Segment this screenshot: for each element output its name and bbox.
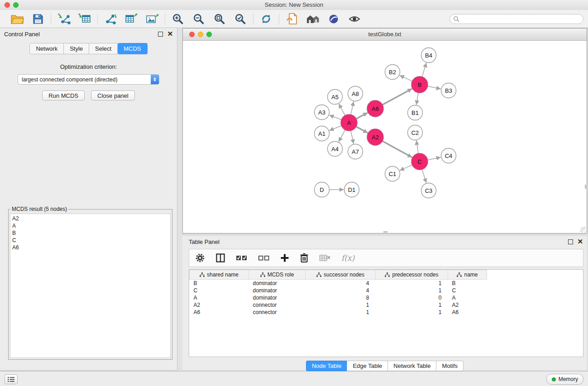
panel-splitter[interactable] [177,28,182,370]
table-row[interactable]: A6connector11A6 [190,309,487,316]
network-node[interactable]: D1 [344,182,359,197]
table-cell[interactable]: A2 [190,301,249,309]
float-table-panel-icon[interactable] [568,239,573,244]
open-session-icon[interactable] [10,12,24,26]
network-node[interactable]: A3 [315,105,330,120]
table-cell[interactable]: dominator [249,287,306,294]
network-edge[interactable] [339,130,345,142]
tab-select[interactable]: Select [89,43,118,54]
column-header-successor-nodes[interactable]: successor nodes [306,270,376,280]
eye-icon[interactable] [348,12,361,26]
network-edge[interactable] [400,75,412,81]
network-node[interactable]: C1 [385,167,400,181]
network-edge[interactable] [356,127,368,133]
table-cell[interactable]: 1 [376,287,448,294]
network-edge[interactable] [382,89,412,105]
close-panel-icon[interactable]: ✕ [167,31,173,37]
network-edge[interactable] [351,101,354,114]
network-edge[interactable] [356,113,368,119]
tab-network-table[interactable]: Network Table [387,361,436,371]
network-node[interactable]: A1 [315,126,330,141]
network-node[interactable]: A7 [348,144,363,159]
mcds-result-item[interactable]: A6 [12,244,168,251]
network-node[interactable]: D [315,182,330,197]
network-node[interactable]: C [411,153,428,170]
network-node[interactable]: B4 [421,48,436,63]
column-header-mcds-role[interactable]: MCDS role [249,270,306,280]
mcds-result-item[interactable]: C [12,237,168,244]
horizontal-scrollbar-thumb[interactable] [383,231,387,233]
run-mcds-button[interactable]: Run MCDS [42,91,85,100]
tab-edge-table[interactable]: Edge Table [347,361,388,371]
network-node[interactable]: A4 [328,142,343,157]
zoom-fit-icon[interactable] [213,12,226,26]
table-cell[interactable]: 0 [376,294,448,301]
zoom-in-icon[interactable] [171,12,185,26]
select-all-icon[interactable] [236,254,248,262]
network-node[interactable]: A8 [348,86,363,101]
refresh-icon[interactable] [259,12,273,26]
new-network-icon[interactable] [104,12,117,26]
column-header-predecessor-nodes[interactable]: predecessor nodes [376,270,448,280]
table-cell[interactable]: A6 [448,309,487,316]
table-cell[interactable]: 1 [376,309,448,316]
network-node[interactable]: A5 [328,90,343,105]
mcds-result-item[interactable]: B [12,229,168,237]
network-edge[interactable] [416,140,419,153]
export-table-icon[interactable] [124,12,138,26]
delete-row-icon[interactable] [300,253,309,263]
table-cell[interactable]: C [448,287,487,294]
network-node[interactable]: A6 [367,100,383,117]
network-edge[interactable] [400,165,412,170]
table-cell[interactable]: dominator [249,294,306,301]
network-node[interactable]: B2 [385,65,400,80]
network-node[interactable]: C4 [441,148,456,163]
table-row[interactable]: Cdominator41C [190,287,487,294]
table-cell[interactable]: 1 [376,280,448,287]
network-edge[interactable] [329,126,341,131]
table-row[interactable]: Bdominator41B [190,280,487,287]
open-doc-icon[interactable] [285,12,299,26]
table-row[interactable]: A2connector11A2 [190,301,487,309]
search-box[interactable] [449,14,583,24]
network-edge[interactable] [428,86,441,89]
table-cell[interactable]: 4 [306,287,376,294]
float-panel-icon[interactable] [158,32,163,37]
search-input[interactable] [461,15,580,23]
network-edge[interactable] [382,141,412,157]
network-edge[interactable] [428,157,441,160]
home-icon[interactable] [306,12,320,26]
table-cell[interactable]: dominator [249,280,306,287]
export-image-icon[interactable] [145,12,159,26]
add-row-icon[interactable] [280,253,289,262]
import-network-icon[interactable] [57,12,71,26]
table-cell[interactable]: 4 [306,280,376,287]
network-node[interactable]: A2 [367,129,383,145]
network-edge[interactable] [422,63,426,77]
network-node[interactable]: B1 [408,105,423,120]
table-cell[interactable]: 1 [306,301,376,309]
network-node[interactable]: C2 [408,125,423,140]
tab-node-table[interactable]: Node Table [306,361,348,371]
table-cell[interactable]: connector [249,309,306,316]
zoom-selected-icon[interactable] [234,12,247,26]
table-cell[interactable]: B [190,280,249,287]
criterion-dropdown[interactable]: largest connected component (directed) [18,74,159,85]
settings-icon[interactable] [195,253,205,263]
table-cell[interactable]: 1 [306,309,376,316]
network-node[interactable]: B [411,76,428,93]
table-cell[interactable]: A2 [448,301,487,309]
table-cell[interactable]: connector [249,301,306,309]
table-row[interactable]: Adominator80A [190,294,487,301]
network-node[interactable]: B3 [441,83,456,98]
network-window-titlebar[interactable]: testGlobe.txt [183,29,587,41]
table-cell[interactable]: A [190,294,249,301]
table-cell[interactable]: A6 [190,309,249,316]
table-cell[interactable]: B [448,280,487,287]
close-panel-button[interactable]: Close panel [91,91,135,100]
network-node[interactable]: C3 [421,183,436,198]
network-edge[interactable] [351,131,354,144]
network-edge[interactable] [422,169,426,183]
column-header-name[interactable]: name [448,270,487,280]
resize-grip[interactable] [580,227,586,233]
